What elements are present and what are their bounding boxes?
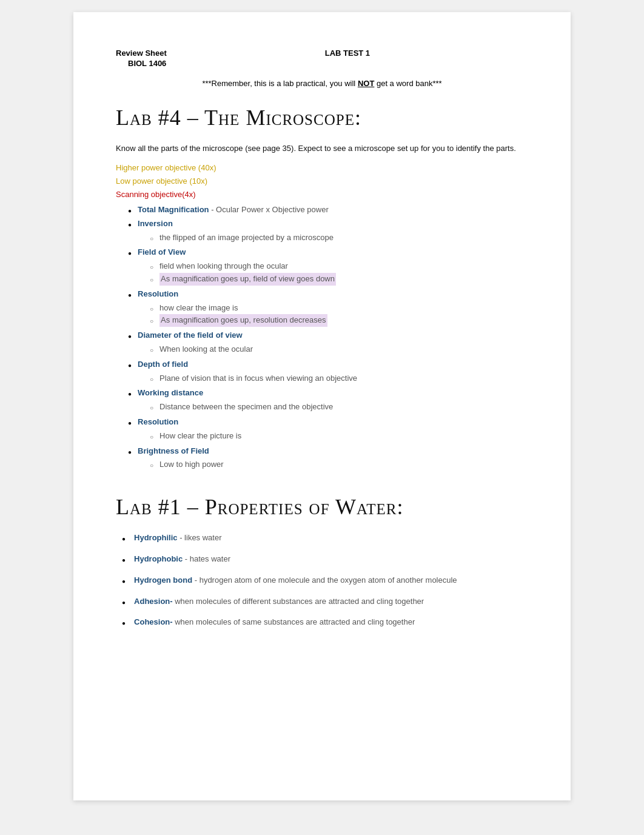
term-hydrogen-bond: Hydrogen bond xyxy=(134,575,192,585)
term-diameter: Diameter of the field of view xyxy=(138,330,243,340)
list-item: ● Depth of field ○ Plane of vision that … xyxy=(128,358,528,386)
sub-text: How clear the picture is xyxy=(159,430,241,443)
lab1-section: Lab #1 – Properties of Water: ● Hydrophi… xyxy=(116,494,528,629)
sub-dot-icon: ○ xyxy=(150,346,153,355)
sub-list: ○ field when looking through the ocular … xyxy=(150,260,528,286)
term-hydrogen-bond-desc: - hydrogen atom of one molecule and the … xyxy=(192,575,457,585)
sub-list: ○ How clear the picture is xyxy=(150,430,528,443)
lab-test-label: LAB TEST 1 xyxy=(167,49,528,58)
lab4-intro: Know all the parts of the microscope (se… xyxy=(116,143,528,155)
bullet-content: Cohesion- when molecules of same substan… xyxy=(134,616,415,629)
lab1-water-list: ● Hydrophilic - likes water ● Hydrophobi… xyxy=(122,532,528,629)
bullet-dot-icon: ● xyxy=(122,577,126,586)
sub-list: ○ the flipped of an image projected by a… xyxy=(150,232,528,244)
bullet-content: Working distance ○ Distance between the … xyxy=(138,387,528,415)
term-hydrophilic-desc: - likes water xyxy=(178,533,222,542)
term-hydrophobic-desc: - hates water xyxy=(183,554,230,563)
bullet-content: Brightness of Field ○ Low to high power xyxy=(138,445,528,473)
term-working-distance: Working distance xyxy=(138,388,203,397)
sub-list-item: ○ As magnification goes up, resolution d… xyxy=(150,314,528,327)
bullet-content: Hydrophobic - hates water xyxy=(134,553,230,566)
sub-dot-icon: ○ xyxy=(150,304,153,314)
lab1-title: Lab #1 – Properties of Water: xyxy=(116,494,528,520)
term-hydrophobic: Hydrophobic xyxy=(134,554,183,563)
bullet-content: Resolution ○ how clear the image is ○ As… xyxy=(138,288,528,328)
bullet-dot-icon: ● xyxy=(128,361,132,371)
list-item: ● Diameter of the field of view ○ When l… xyxy=(128,329,528,357)
sub-list: ○ how clear the image is ○ As magnificat… xyxy=(150,302,528,327)
list-item: ● Resolution ○ How clear the picture is xyxy=(128,416,528,444)
term-depth-of-field: Depth of field xyxy=(138,360,188,369)
bullet-dot-icon: ● xyxy=(128,220,132,230)
bullet-content: Hydrophilic - likes water xyxy=(134,532,221,545)
term-hydrophilic: Hydrophilic xyxy=(134,533,178,542)
sub-dot-icon: ○ xyxy=(150,432,153,442)
list-item: ● Resolution ○ how clear the image is ○ … xyxy=(128,288,528,328)
header-left: Review Sheet BIOL 1406 xyxy=(116,49,167,68)
sub-dot-icon: ○ xyxy=(150,275,153,285)
sub-list-item: ○ Plane of vision that is in focus when … xyxy=(150,372,528,385)
bullet-dot-icon: ● xyxy=(128,290,132,300)
bullet-dot-icon: ● xyxy=(128,249,132,258)
term-brightness: Brightness of Field xyxy=(138,446,209,455)
sub-text: Distance between the specimen and the ob… xyxy=(159,401,333,414)
term-cohesion-desc: when molecules of same substances are at… xyxy=(173,617,415,626)
bullet-dot-icon: ● xyxy=(128,448,132,457)
term-adhesion-desc: when molecules of different substances a… xyxy=(173,597,424,606)
sub-dot-icon: ○ xyxy=(150,403,153,413)
sub-text: Low to high power xyxy=(159,458,224,471)
bullet-dot-icon: ● xyxy=(128,332,132,341)
header: Review Sheet BIOL 1406 LAB TEST 1 xyxy=(116,49,528,68)
sub-list-item: ○ Low to high power xyxy=(150,458,528,471)
sub-text: Plane of vision that is in focus when vi… xyxy=(159,372,357,385)
term-field-of-view: Field of View xyxy=(138,247,186,257)
list-item: ● Hydrogen bond - hydrogen atom of one m… xyxy=(122,574,528,587)
lab4-bullet-list: ● Total Magnification - Ocular Power x O… xyxy=(128,204,528,472)
list-item: ● Inversion ○ the flipped of an image pr… xyxy=(128,218,528,246)
sub-text-highlight: As magnification goes up, resolution dec… xyxy=(159,314,327,327)
term-resolution-2: Resolution xyxy=(138,417,178,426)
bullet-dot-icon: ● xyxy=(122,534,126,544)
list-item: ● Field of View ○ field when looking thr… xyxy=(128,246,528,286)
bullet-content: Total Magnification - Ocular Power x Obj… xyxy=(138,204,528,216)
sub-list-item: ○ How clear the picture is xyxy=(150,430,528,443)
reminder-prefix: ***Remember, this is a lab practical, yo… xyxy=(202,79,358,88)
list-item: ● Working distance ○ Distance between th… xyxy=(128,387,528,415)
obj-low-power: Low power objective (10x) xyxy=(116,175,528,188)
review-sheet-label: Review Sheet xyxy=(116,49,167,58)
sub-dot-icon: ○ xyxy=(150,461,153,471)
sub-list-item: ○ As magnification goes up, field of vie… xyxy=(150,273,528,286)
term-cohesion: Cohesion- xyxy=(134,617,173,626)
obj-scanning: Scanning objective(4x) xyxy=(116,188,528,201)
bullet-content: Resolution ○ How clear the picture is xyxy=(138,416,528,444)
reminder-text: ***Remember, this is a lab practical, yo… xyxy=(116,79,528,88)
term-inversion: Inversion xyxy=(138,219,173,228)
sub-dot-icon: ○ xyxy=(150,263,153,272)
bullet-dot-icon: ● xyxy=(122,598,126,608)
sub-dot-icon: ○ xyxy=(150,317,153,326)
sub-text: field when looking through the ocular xyxy=(159,260,288,273)
bullet-content: Hydrogen bond - hydrogen atom of one mol… xyxy=(134,574,457,587)
sub-dot-icon: ○ xyxy=(150,234,153,244)
list-item: ● Cohesion- when molecules of same subst… xyxy=(122,616,528,629)
obj-higher-power: Higher power objective (40x) xyxy=(116,161,528,175)
list-item: ● Brightness of Field ○ Low to high powe… xyxy=(128,445,528,473)
term-resolution-1: Resolution xyxy=(138,289,178,298)
sub-list: ○ Distance between the specimen and the … xyxy=(150,401,528,414)
sub-list-item: ○ Distance between the specimen and the … xyxy=(150,401,528,414)
sub-list-item: ○ When looking at the ocular xyxy=(150,343,528,356)
bullet-dot-icon: ● xyxy=(128,418,132,428)
bullet-dot-icon: ● xyxy=(128,389,132,399)
sub-list: ○ Low to high power xyxy=(150,458,528,471)
bullet-dot-icon: ● xyxy=(122,555,126,565)
bullet-content: Field of View ○ field when looking throu… xyxy=(138,246,528,286)
sub-dot-icon: ○ xyxy=(150,375,153,384)
bullet-dot-icon: ● xyxy=(128,206,132,216)
lab4-title: Lab #4 – The Microscope: xyxy=(116,105,528,130)
list-item: ● Hydrophobic - hates water xyxy=(122,553,528,566)
sub-list-item: ○ how clear the image is xyxy=(150,302,528,315)
bullet-content: Inversion ○ the flipped of an image proj… xyxy=(138,218,528,246)
biol-label: BIOL 1406 xyxy=(116,59,167,68)
sub-text: how clear the image is xyxy=(159,302,238,315)
sub-list: ○ Plane of vision that is in focus when … xyxy=(150,372,528,385)
